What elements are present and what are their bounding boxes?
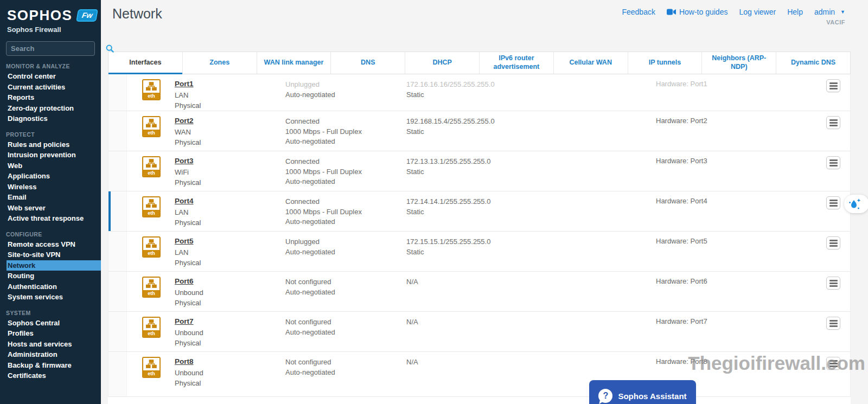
sidebar-item-reports[interactable]: Reports: [0, 92, 101, 103]
tab-label: Dynamic DNS: [791, 59, 835, 67]
ip-line: Static: [406, 127, 656, 137]
tab-zones[interactable]: Zones: [183, 52, 257, 74]
tab-label: Zones: [209, 59, 229, 67]
row-strip: [108, 111, 127, 151]
sidebar-section-items: Rules and policies Intrusion prevention …: [0, 139, 101, 224]
port-zone: WiFi: [175, 168, 285, 178]
sidebar-item-email[interactable]: Email: [0, 192, 101, 203]
row-menu-button[interactable]: [826, 317, 840, 330]
top-link-help[interactable]: Help: [787, 8, 803, 16]
status-line: Connected: [285, 197, 406, 207]
sidebar-item-profiles[interactable]: Profiles: [0, 328, 101, 339]
sidebar-item-applications[interactable]: Applications: [0, 171, 101, 182]
ip-line: N/A: [406, 277, 656, 287]
sidebar-item-sophos-central[interactable]: Sophos Central: [0, 318, 101, 329]
port-name-link[interactable]: Port7: [175, 317, 194, 325]
ethernet-interface-icon: eth: [142, 156, 161, 177]
ethernet-interface-icon: eth: [142, 196, 161, 217]
port-name-link[interactable]: Port3: [175, 157, 194, 165]
port-type: Physical: [175, 338, 285, 349]
sidebar-item-intrusion-prevention[interactable]: Intrusion prevention: [0, 150, 101, 161]
row-strip: [108, 272, 127, 311]
table-row-port1[interactable]: eth Port1 LAN Physical UnpluggedAuto-neg…: [108, 74, 850, 111]
row-menu-button[interactable]: [826, 196, 840, 209]
hardware-cell: Hardware: Port4: [656, 191, 826, 231]
top-link-label: How-to guides: [679, 8, 728, 16]
top-link-log-viewer[interactable]: Log viewer: [739, 8, 776, 16]
sidebar-section-items: Control center Current activities Report…: [0, 71, 101, 124]
port-name-link[interactable]: Port5: [175, 237, 194, 245]
tab-interfaces[interactable]: Interfaces: [108, 52, 183, 74]
tab-ipv6-router-advertisement[interactable]: IPv6 router advertisement: [480, 52, 554, 74]
top-link-how-to-guides[interactable]: How-to guides: [667, 8, 728, 16]
sidebar-section: PROTECT Rules and policies Intrusion pre…: [0, 131, 101, 224]
row-menu-button[interactable]: [826, 116, 840, 129]
tab-cellular-wan[interactable]: Cellular WAN: [554, 52, 628, 74]
ip-line: Static: [406, 90, 656, 100]
top-link-feedback[interactable]: Feedback: [622, 8, 655, 16]
sidebar-item-web[interactable]: Web: [0, 161, 101, 171]
port-name-link[interactable]: Port8: [175, 357, 194, 365]
search-icon[interactable]: [106, 44, 114, 53]
port-type: Physical: [175, 298, 285, 309]
ip-line: N/A: [406, 357, 656, 368]
tab-neighbors-arp-ndp[interactable]: Neighbors (ARP-NDP): [702, 52, 776, 74]
tab-dns[interactable]: DNS: [331, 52, 405, 74]
status-cell: Connected1000 Mbps - Full DuplexAuto-neg…: [285, 191, 406, 231]
sidebar-section: CONFIGURE Remote access VPN Site-to-site…: [0, 231, 101, 303]
search-input[interactable]: [11, 44, 106, 53]
hardware-cell: Hardware: Port3: [656, 151, 826, 191]
row-menu-button[interactable]: [826, 277, 840, 290]
table-row-port2[interactable]: eth Port2 WAN Physical Connected1000 Mbp…: [108, 111, 850, 151]
eth-icon-label: eth: [143, 290, 159, 297]
row-menu-button[interactable]: [826, 156, 840, 169]
assistant-droplet-button[interactable]: [844, 195, 868, 213]
sidebar-item-hosts-and-services[interactable]: Hosts and services: [0, 339, 101, 350]
table-row-port6[interactable]: eth Port6 Unbound Physical Not configure…: [108, 272, 850, 312]
row-menu-button[interactable]: [826, 357, 840, 370]
table-row-port3[interactable]: eth Port3 WiFi Physical Connected1000 Mb…: [108, 151, 850, 191]
sidebar-sections: MONITOR & ANALYZE Control center Current…: [0, 63, 101, 381]
tab-dynamic-dns[interactable]: Dynamic DNS: [776, 52, 850, 74]
sidebar-item-remote-access-vpn[interactable]: Remote access VPN: [0, 239, 101, 250]
sidebar-item-backup-firmware[interactable]: Backup & firmware: [0, 360, 101, 371]
port-name-link[interactable]: Port4: [175, 197, 194, 205]
page-title: Network: [112, 6, 162, 22]
sophos-assistant-button[interactable]: ? Sophos Assistant: [589, 380, 696, 404]
ip-line: Static: [406, 167, 656, 177]
sidebar-item-active-threat-response[interactable]: Active threat response: [0, 213, 101, 224]
port-name-link[interactable]: Port6: [175, 277, 194, 285]
sidebar-item-zero-day-protection[interactable]: Zero-day protection: [0, 103, 101, 114]
port-name-link[interactable]: Port2: [175, 117, 194, 125]
ethernet-interface-icon: eth: [142, 116, 161, 137]
table-row-port4[interactable]: eth Port4 LAN Physical Connected1000 Mbp…: [108, 191, 850, 232]
sidebar-item-control-center[interactable]: Control center: [0, 71, 101, 82]
table-row-port7[interactable]: eth Port7 Unbound Physical Not configure…: [108, 312, 850, 352]
ip-cell: 172.15.15.1/255.255.255.0Static: [406, 232, 656, 271]
row-menu-button[interactable]: [826, 79, 840, 92]
user-menu[interactable]: admin ▼: [814, 8, 845, 16]
sidebar-item-administration[interactable]: Administration: [0, 349, 101, 360]
sidebar-search[interactable]: [6, 41, 95, 56]
sidebar-item-wireless[interactable]: Wireless: [0, 182, 101, 193]
top-links: Feedback How-to guides Log viewer Help a…: [622, 8, 845, 16]
sidebar-item-network[interactable]: Network: [7, 260, 101, 271]
table-row-port8[interactable]: eth Port8 Unbound Physical Not configure…: [108, 352, 850, 397]
status-line: 1000 Mbps - Full Duplex: [285, 127, 406, 137]
tab-ip-tunnels[interactable]: IP tunnels: [628, 52, 703, 74]
tab-dhcp[interactable]: DHCP: [405, 52, 480, 74]
sidebar-item-certificates[interactable]: Certificates: [0, 370, 101, 381]
table-row-port5[interactable]: eth Port5 LAN Physical UnpluggedAuto-neg…: [108, 232, 850, 272]
sidebar-item-diagnostics[interactable]: Diagnostics: [0, 113, 101, 124]
sidebar-item-rules-and-policies[interactable]: Rules and policies: [0, 139, 101, 150]
sidebar-item-current-activities[interactable]: Current activities: [0, 82, 101, 93]
sidebar-item-web-server[interactable]: Web server: [0, 203, 101, 214]
sidebar-item-authentication[interactable]: Authentication: [0, 281, 101, 292]
sidebar-item-routing[interactable]: Routing: [0, 271, 101, 281]
tab-wan-link-manager[interactable]: WAN link manager: [257, 52, 331, 74]
hardware-cell: Hardware: Port2: [656, 111, 826, 151]
sidebar-item-system-services[interactable]: System services: [0, 292, 101, 303]
row-menu-button[interactable]: [826, 236, 840, 249]
port-name-link[interactable]: Port1: [175, 80, 194, 88]
sidebar-item-site-to-site-vpn[interactable]: Site-to-site VPN: [0, 249, 101, 260]
